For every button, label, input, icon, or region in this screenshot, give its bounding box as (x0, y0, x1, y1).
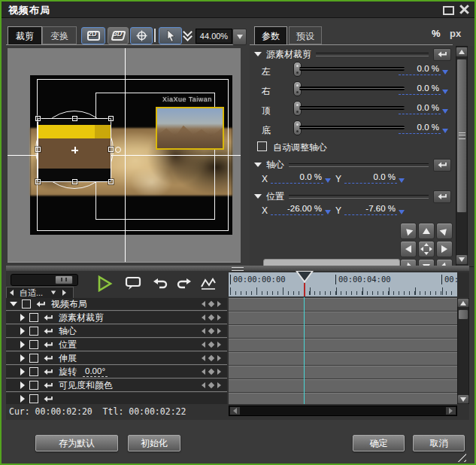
timeline-zoom-thumb[interactable] (55, 275, 73, 284)
add-keyframe-icon[interactable] (208, 315, 214, 321)
arrow-left-icon[interactable] (10, 290, 14, 296)
redo-button[interactable] (174, 274, 194, 293)
maximize-icon[interactable] (443, 6, 454, 15)
track-row-stretch[interactable]: 伸展 (6, 352, 227, 365)
expand-icon[interactable] (20, 314, 25, 321)
title-bar[interactable]: 视频布局 (2, 2, 474, 18)
crop-right-value[interactable]: 0.0 % (399, 84, 441, 95)
tab-crop[interactable]: 裁剪 (8, 26, 42, 44)
curve-button[interactable] (199, 274, 218, 293)
cancel-button[interactable]: 取消 (413, 435, 465, 451)
prev-keyframe-icon[interactable] (202, 355, 205, 361)
timeline-scrollbar-thumb[interactable] (458, 309, 468, 320)
unit-percent-button[interactable]: % (432, 28, 441, 39)
value-dropdown-icon[interactable] (442, 129, 448, 133)
preview-canvas[interactable]: XiaXue Taiwan (8, 48, 241, 263)
crop-bottom-slider-track[interactable] (299, 126, 405, 129)
resize-grip[interactable] (453, 451, 466, 462)
scroll-left-button[interactable] (230, 407, 240, 415)
track-checkbox[interactable] (29, 340, 38, 349)
nudge-up-right-button[interactable] (436, 223, 453, 239)
pivot-x-value[interactable]: 0.0 % (271, 172, 323, 184)
handle-bottom-center[interactable] (72, 179, 77, 184)
scroll-up-button[interactable] (457, 298, 469, 308)
crop-right-slider-track[interactable] (299, 87, 405, 90)
crop-left-value[interactable]: 0.0 % (399, 64, 441, 75)
handle-top-center[interactable] (72, 116, 77, 121)
reset-icon[interactable] (43, 341, 53, 349)
track-checkbox[interactable] (29, 381, 38, 390)
rotation-value[interactable]: 0.00° (83, 366, 108, 377)
crop-section-header[interactable]: 源素材裁剪 (254, 48, 451, 60)
close-icon[interactable] (459, 5, 469, 14)
value-dropdown-icon[interactable] (399, 178, 405, 183)
value-dropdown-icon[interactable] (325, 210, 331, 214)
value-dropdown-icon[interactable] (442, 90, 448, 94)
reset-icon[interactable] (43, 314, 53, 322)
panel-scrollbar-thumb[interactable] (456, 59, 467, 213)
prev-keyframe-icon[interactable] (202, 382, 205, 388)
track-checkbox[interactable] (29, 354, 38, 363)
next-keyframe-icon[interactable] (217, 382, 221, 388)
arrow-right-icon[interactable] (62, 290, 66, 296)
value-dropdown-icon[interactable] (399, 210, 405, 214)
next-keyframe-icon[interactable] (217, 355, 221, 361)
prev-keyframe-icon[interactable] (202, 369, 205, 375)
collapse-icon[interactable] (254, 163, 262, 167)
expand-icon[interactable] (20, 341, 25, 348)
collapse-icon[interactable] (10, 302, 17, 306)
tab-transform[interactable]: 变换 (42, 26, 77, 44)
track-row-video-layout[interactable]: 视频布局 (6, 298, 227, 311)
crop-reset-button[interactable] (433, 48, 451, 61)
chevron-more-icon[interactable] (184, 29, 191, 40)
rotation-handle[interactable] (115, 147, 121, 153)
handle-mid-left[interactable] (35, 147, 41, 152)
crop-bottom-value[interactable]: 0.0 % (399, 123, 441, 134)
handle-top-right[interactable] (108, 116, 114, 121)
lane-row[interactable] (229, 393, 457, 404)
scroll-down-button[interactable] (456, 254, 468, 265)
crop-top-slider-track[interactable] (299, 106, 405, 110)
expand-icon[interactable] (20, 327, 25, 335)
auto-pivot-checkbox[interactable] (257, 141, 267, 151)
position-section-header[interactable]: 位置 (254, 190, 451, 202)
scroll-up-button[interactable] (456, 47, 468, 57)
nudge-up-button[interactable] (418, 223, 435, 239)
track-row-visibility-color[interactable]: 可见度和颜色 (6, 379, 227, 392)
nudge-up-left-button[interactable] (400, 223, 417, 239)
expand-icon[interactable] (20, 368, 25, 375)
timeline-ruler[interactable]: 00:00:00:00 00:00:04:00 00: (229, 272, 457, 297)
timeline-zoom-slider[interactable] (11, 274, 78, 286)
pivot-reset-button[interactable] (433, 159, 451, 172)
prev-keyframe-icon[interactable] (202, 315, 205, 321)
next-keyframe-icon[interactable] (217, 342, 221, 348)
handle-mid-right[interactable] (108, 147, 114, 152)
ok-button[interactable]: 确定 (353, 435, 405, 451)
track-checkbox[interactable] (29, 327, 38, 336)
reset-icon[interactable] (43, 354, 53, 363)
value-dropdown-icon[interactable] (442, 70, 448, 74)
keyframe-lanes[interactable] (229, 297, 457, 404)
handle-bottom-left[interactable] (35, 179, 41, 184)
track-row-pivot[interactable]: 轴心 (6, 325, 227, 338)
add-keyframe-icon[interactable] (208, 355, 214, 361)
reset-icon[interactable] (43, 368, 53, 376)
initialize-button[interactable]: 初始化 (128, 435, 180, 451)
tab-presets[interactable]: 预设 (289, 26, 322, 44)
reset-icon[interactable] (43, 395, 53, 403)
track-row-rotation[interactable]: 旋转 0.00° (6, 366, 227, 378)
pivot-section-header[interactable]: 轴心 (254, 159, 451, 171)
playhead-line[interactable] (304, 297, 305, 404)
reset-icon[interactable] (43, 327, 53, 336)
next-keyframe-icon[interactable] (217, 301, 221, 307)
nudge-center-button[interactable] (418, 241, 435, 257)
timeline-h-scrollbar[interactable] (229, 406, 457, 416)
scroll-down-button[interactable] (457, 394, 469, 404)
position-reset-button[interactable] (433, 190, 451, 203)
add-keyframe-icon[interactable] (208, 342, 214, 348)
track-checkbox[interactable] (29, 313, 38, 322)
lane-row[interactable] (229, 298, 457, 311)
anchor-tool-button[interactable] (130, 27, 153, 44)
lane-row[interactable] (229, 339, 457, 351)
prev-keyframe-icon[interactable] (202, 328, 205, 334)
